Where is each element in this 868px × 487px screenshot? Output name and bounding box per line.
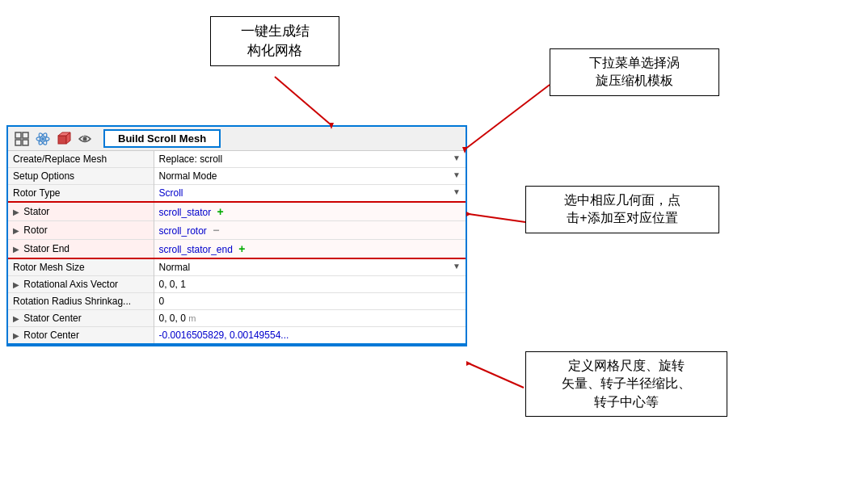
svg-rect-3 (23, 140, 28, 145)
svg-rect-2 (15, 140, 21, 145)
table-row: Setup Options Normal Mode ▼ (8, 168, 466, 185)
prop-value-rotor-center: -0.0016505829, 0.00149554... (154, 327, 466, 345)
prop-value-stator-end[interactable]: scroll_stator_end + (154, 240, 466, 259)
table-row-rotor-center: ▶ Rotor Center -0.0016505829, 0.00149554… (8, 327, 466, 345)
svg-point-4 (41, 137, 44, 141)
build-scroll-button[interactable]: Build Scroll Mesh (103, 129, 221, 148)
prop-value-setup-options[interactable]: Normal Mode ▼ (154, 168, 466, 185)
prop-value-rotor-type[interactable]: Scroll ▼ (154, 185, 466, 203)
prop-value-rot-radius[interactable]: 0 (154, 293, 466, 310)
prop-name-create-replace: Create/Replace Mesh (8, 151, 154, 168)
svg-marker-19 (466, 361, 471, 366)
prop-name-stator-center: ▶ Stator Center (8, 310, 154, 327)
svg-line-16 (469, 214, 525, 222)
table-row-stator-end: ▶ Stator End scroll_stator_end + (8, 240, 466, 259)
table-row-stator-center: ▶ Stator Center 0, 0, 0 m (8, 310, 466, 327)
annotation-top-right: 下拉菜单选择涡 旋压缩机模板 (550, 48, 719, 96)
prop-value-rotor-mesh[interactable]: Normal ▼ (154, 258, 466, 276)
atom-icon[interactable] (34, 130, 52, 148)
toolbar: Build Scroll Mesh (8, 127, 466, 151)
prop-value-stator[interactable]: scroll_stator + (154, 202, 466, 221)
prop-name-rotor-center: ▶ Rotor Center (8, 327, 154, 345)
table-row: Rotor Type Scroll ▼ (8, 185, 466, 203)
prop-name-rotor-type: Rotor Type (8, 185, 154, 203)
grid-icon[interactable] (13, 130, 31, 148)
eye-icon[interactable] (76, 130, 94, 148)
annotation-top-left: 一键生成结 构化网格 (210, 16, 339, 66)
svg-line-12 (275, 77, 331, 125)
cube-icon[interactable] (55, 130, 73, 148)
svg-rect-8 (58, 136, 66, 144)
table-row-stator: ▶ Stator scroll_stator + (8, 202, 466, 221)
property-table: Create/Replace Mesh Replace: scroll ▼ Se… (8, 151, 466, 345)
prop-name-rotor: ▶ Rotor (8, 221, 154, 240)
annotation-bottom-right: 定义网格尺度、旋转 矢量、转子半径缩比、 转子中心等 (525, 351, 727, 417)
prop-value-create-replace[interactable]: Replace: scroll ▼ (154, 151, 466, 168)
prop-value-stator-center: 0, 0, 0 m (154, 310, 466, 327)
table-row-rot-radius: Rotation Radius Shrinkag... 0 (8, 293, 466, 310)
table-row: Create/Replace Mesh Replace: scroll ▼ (8, 151, 466, 168)
annotation-mid-right: 选中相应几何面，点 击+添加至对应位置 (525, 186, 719, 233)
table-row-rot-axis: ▶ Rotational Axis Vector 0, 0, 1 (8, 276, 466, 293)
prop-name-rot-radius: Rotation Radius Shrinkag... (8, 293, 154, 310)
main-container: Build Scroll Mesh Create/Replace Mesh Re… (0, 0, 868, 487)
svg-rect-1 (23, 132, 28, 138)
prop-name-rotor-mesh: Rotor Mesh Size (8, 258, 154, 276)
svg-rect-0 (15, 132, 21, 138)
svg-line-14 (465, 85, 550, 149)
prop-name-setup-options: Setup Options (8, 168, 154, 185)
prop-value-rotor[interactable]: scroll_rotor − (154, 221, 466, 240)
prop-value-rot-axis: 0, 0, 1 (154, 276, 466, 293)
svg-line-18 (469, 363, 524, 388)
prop-name-rot-axis: ▶ Rotational Axis Vector (8, 276, 154, 293)
prop-name-stator: ▶ Stator (8, 202, 154, 221)
table-row-rotor-mesh: Rotor Mesh Size Normal ▼ (8, 258, 466, 276)
svg-point-11 (83, 136, 87, 141)
panel-area: Build Scroll Mesh Create/Replace Mesh Re… (6, 125, 467, 346)
prop-name-stator-end: ▶ Stator End (8, 240, 154, 259)
table-row-rotor: ▶ Rotor scroll_rotor − (8, 221, 466, 240)
